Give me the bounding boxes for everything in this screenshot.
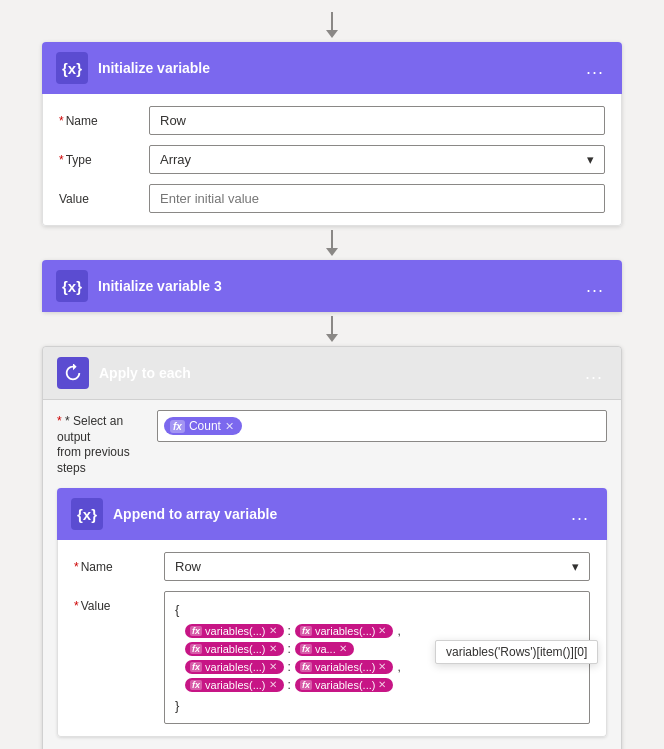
token-var3[interactable]: fx variables(...) ✕ <box>185 642 284 656</box>
initialize-variable-1-title: Initialize variable <box>98 60 582 76</box>
token-var1-label: variables(...) <box>205 625 266 637</box>
append-name-select[interactable]: Row ▾ <box>164 552 590 581</box>
token-var6-label: variables(...) <box>315 661 376 673</box>
token-var8-icon: fx <box>300 680 312 690</box>
token-var1[interactable]: fx variables(...) ✕ <box>185 624 284 638</box>
token-var7-label: variables(...) <box>205 679 266 691</box>
token-var5-icon: fx <box>190 662 202 672</box>
value-comma-3: , <box>397 660 400 674</box>
select-output-label: * Select an outputfrom previous steps <box>57 410 157 476</box>
connector-arrowhead <box>326 30 338 38</box>
value-field-row: Value <box>59 184 605 213</box>
token-var8-remove[interactable]: ✕ <box>378 679 386 690</box>
token-var5-remove[interactable]: ✕ <box>269 661 277 672</box>
type-label: Type <box>59 153 149 167</box>
apply-to-each-icon <box>57 357 89 389</box>
append-to-array-icon: {x} <box>71 498 103 530</box>
token-var2-remove[interactable]: ✕ <box>378 625 386 636</box>
count-token[interactable]: fx Count ✕ <box>164 417 242 435</box>
token-var3-icon: fx <box>190 644 202 654</box>
token-var3-remove[interactable]: ✕ <box>269 643 277 654</box>
close-brace: } <box>175 696 579 716</box>
value-colon-4: : <box>288 678 291 692</box>
flow-container: {x} Initialize variable ... Name Type Ar… <box>0 0 664 749</box>
top-connector <box>326 12 338 38</box>
initialize-variable-1-header[interactable]: {x} Initialize variable ... <box>42 42 622 94</box>
token-var5[interactable]: fx variables(...) ✕ <box>185 660 284 674</box>
tooltip-popup: variables('Rows')[item()][0] <box>435 640 598 664</box>
count-token-icon: fx <box>170 420 185 433</box>
token-var2[interactable]: fx variables(...) ✕ <box>295 624 394 638</box>
append-to-array-header[interactable]: {x} Append to array variable ... <box>57 488 607 540</box>
append-value-label: Value <box>74 591 164 613</box>
token-var2-label: variables(...) <box>315 625 376 637</box>
value-row-1: fx variables(...) ✕ : fx variables(...) … <box>175 624 579 638</box>
append-value-field-row: Value { fx variables(...) ✕ <box>74 591 590 724</box>
value-box[interactable]: { fx variables(...) ✕ : <box>164 591 590 724</box>
apply-to-each-card: Apply to each ... * Select an outputfrom… <box>42 346 622 749</box>
apply-to-each-menu[interactable]: ... <box>581 363 607 384</box>
initialize-variable-3-header[interactable]: {x} Initialize variable 3 ... <box>42 260 622 312</box>
token-var7[interactable]: fx variables(...) ✕ <box>185 678 284 692</box>
value-label: Value <box>59 192 149 206</box>
type-field-row: Type Array ▾ <box>59 145 605 174</box>
name-field-row: Name <box>59 106 605 135</box>
connector-2 <box>326 316 338 342</box>
connector-line-2 <box>331 316 333 334</box>
connector-arrowhead-2 <box>326 334 338 342</box>
initialize-variable-3-icon: {x} <box>56 270 88 302</box>
token-area[interactable]: fx Count ✕ <box>157 410 607 442</box>
initialize-variable-1-body: Name Type Array ▾ Value <box>42 94 622 226</box>
token-var4-label: va... <box>315 643 336 655</box>
type-chevron-icon: ▾ <box>587 152 594 167</box>
initialize-variable-3-title: Initialize variable 3 <box>98 278 582 294</box>
append-to-array-card: {x} Append to array variable ... Name Ro… <box>57 488 607 737</box>
open-brace: { <box>175 600 579 620</box>
append-to-array-body: Name Row ▾ Value { <box>57 540 607 737</box>
name-input[interactable] <box>149 106 605 135</box>
token-var8[interactable]: fx variables(...) ✕ <box>295 678 394 692</box>
connector-line <box>331 12 333 30</box>
count-token-label: Count <box>189 419 221 433</box>
value-input[interactable] <box>149 184 605 213</box>
type-select-value: Array <box>160 152 191 167</box>
token-var6-remove[interactable]: ✕ <box>378 661 386 672</box>
value-row-2: fx variables(...) ✕ : fx va... ✕ <box>175 642 579 656</box>
value-row-4: fx variables(...) ✕ : fx variables(...) … <box>175 678 579 692</box>
append-to-array-menu[interactable]: ... <box>567 504 593 525</box>
apply-to-each-title: Apply to each <box>99 365 581 381</box>
token-var6[interactable]: fx variables(...) ✕ <box>295 660 394 674</box>
value-colon-3: : <box>288 660 291 674</box>
value-comma-1: , <box>397 624 400 638</box>
value-colon-1: : <box>288 624 291 638</box>
token-var7-icon: fx <box>190 680 202 690</box>
initialize-variable-1-icon: {x} <box>56 52 88 84</box>
connector-line-1 <box>331 230 333 248</box>
count-token-remove[interactable]: ✕ <box>225 420 234 433</box>
token-var4[interactable]: fx va... ✕ <box>295 642 354 656</box>
token-var6-icon: fx <box>300 662 312 672</box>
type-select[interactable]: Array ▾ <box>149 145 605 174</box>
initialize-variable-1-menu[interactable]: ... <box>582 58 608 79</box>
loop-footer: Add an action <box>57 737 607 749</box>
token-var4-remove[interactable]: ✕ <box>339 643 347 654</box>
value-colon-2: : <box>288 642 291 656</box>
initialize-variable-3-menu[interactable]: ... <box>582 276 608 297</box>
token-var3-label: variables(...) <box>205 643 266 655</box>
append-name-label: Name <box>74 560 164 574</box>
append-name-chevron: ▾ <box>572 559 579 574</box>
apply-to-each-header[interactable]: Apply to each ... <box>43 347 621 400</box>
token-var8-label: variables(...) <box>315 679 376 691</box>
append-to-array-title: Append to array variable <box>113 506 567 522</box>
token-var1-remove[interactable]: ✕ <box>269 625 277 636</box>
initialize-variable-3-card: {x} Initialize variable 3 ... <box>42 260 622 312</box>
apply-to-each-body: * Select an outputfrom previous steps fx… <box>43 400 621 749</box>
select-output-row: * Select an outputfrom previous steps fx… <box>57 410 607 476</box>
token-var1-icon: fx <box>190 626 202 636</box>
initialize-variable-1-card: {x} Initialize variable ... Name Type Ar… <box>42 42 622 226</box>
token-var7-remove[interactable]: ✕ <box>269 679 277 690</box>
append-name-field-row: Name Row ▾ <box>74 552 590 581</box>
append-name-select-value: Row <box>175 559 201 574</box>
token-var4-icon: fx <box>300 644 312 654</box>
token-var2-icon: fx <box>300 626 312 636</box>
